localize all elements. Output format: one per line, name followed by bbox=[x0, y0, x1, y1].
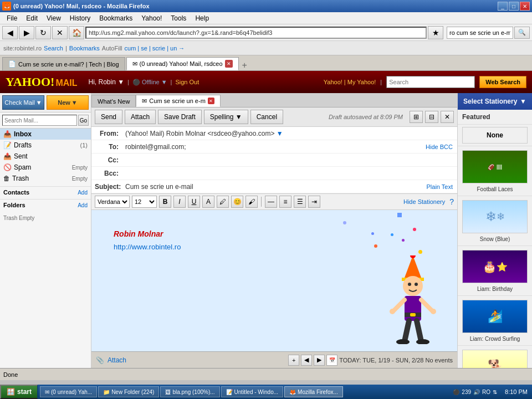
folders-add[interactable]: Add bbox=[78, 202, 88, 208]
plain-text-link[interactable]: Plain Text bbox=[422, 182, 458, 192]
forward-button[interactable]: ▶ bbox=[19, 26, 34, 39]
sign-out-link[interactable]: Sign Out bbox=[175, 79, 199, 85]
highlight-button[interactable]: 🖊 bbox=[217, 196, 229, 208]
address-text[interactable]: http://us.mg2.mail.yahoo.com/dc/launch?.… bbox=[89, 29, 423, 36]
minimize-button[interactable]: _ bbox=[498, 2, 508, 11]
search-link[interactable]: Search bbox=[44, 45, 63, 52]
sidebar-folder-sent[interactable]: 📤 Sent bbox=[0, 151, 91, 162]
compose-icon-close[interactable]: ✕ bbox=[441, 111, 454, 123]
font-family-select[interactable]: Verdana bbox=[95, 196, 130, 208]
calendar-back-btn[interactable]: ◀ bbox=[301, 355, 312, 366]
sidebar-folder-spam[interactable]: 🚫 Spam Empty bbox=[0, 162, 91, 173]
bookmark-button[interactable]: ★ bbox=[428, 26, 443, 39]
taskbar-item-folder[interactable]: 📁 New Folder (224) bbox=[98, 386, 159, 397]
stationery-none[interactable]: None bbox=[458, 125, 532, 146]
start-button[interactable]: 🪟 start bbox=[0, 385, 38, 399]
stationery-surfing[interactable]: 🏄 Liam: Crowd Surfing bbox=[458, 296, 532, 346]
bg-color-button[interactable]: 🖌 bbox=[245, 196, 258, 208]
menu-help[interactable]: Help bbox=[191, 13, 213, 23]
to-input[interactable] bbox=[122, 141, 421, 152]
sidebar-folder-trash[interactable]: 🗑 Trash Empty bbox=[0, 173, 91, 184]
yahoo-search-button[interactable]: Web Search bbox=[479, 76, 526, 88]
spelling-label: Spelling bbox=[210, 113, 234, 121]
yahoo-search-input[interactable] bbox=[386, 76, 475, 88]
cc-input[interactable] bbox=[122, 155, 457, 166]
search-mail-input[interactable] bbox=[2, 115, 77, 126]
menu-yahoo[interactable]: Yahoo! bbox=[137, 13, 166, 23]
bcc-input[interactable] bbox=[122, 168, 457, 179]
home-button[interactable]: 🏠 bbox=[69, 26, 84, 39]
sidebar-folder-inbox[interactable]: 📥 Inbox bbox=[0, 129, 91, 140]
menu-edit[interactable]: Edit bbox=[22, 13, 42, 23]
calendar-grid-btn[interactable]: 📅 bbox=[326, 355, 337, 366]
tab-blog[interactable]: 📄 Cum se scrie un e-mail? | Tech | Blog bbox=[2, 57, 125, 70]
underline-button[interactable]: U bbox=[188, 196, 200, 208]
stationery-header[interactable]: Select Stationery ▼ bbox=[458, 93, 532, 110]
reload-button[interactable]: ↻ bbox=[35, 26, 51, 39]
tab-compose[interactable]: ✉ Cum se scrie un e-m ✕ bbox=[136, 95, 220, 107]
hide-bcc-link[interactable]: Hide BCC bbox=[421, 142, 457, 152]
sidebar-folder-drafts[interactable]: 📝 Drafts (1) bbox=[0, 140, 91, 151]
search-mail-button[interactable]: Go bbox=[78, 115, 89, 126]
bookmarks-link[interactable]: Bookmarks bbox=[69, 45, 100, 52]
calendar-prev-btn[interactable]: + bbox=[288, 355, 299, 366]
menu-tools[interactable]: Tools bbox=[166, 13, 191, 23]
stationery-snow[interactable]: ❄ ❄ Snow (Blue) bbox=[458, 196, 532, 246]
svg-point-12 bbox=[431, 309, 436, 314]
indent-button[interactable]: ⇥ bbox=[308, 196, 320, 208]
list-button[interactable]: ☰ bbox=[294, 196, 306, 208]
emoji-button[interactable]: 😊 bbox=[231, 196, 243, 208]
menu-history[interactable]: History bbox=[65, 13, 95, 23]
stationery-football[interactable]: 🏈 |||| Football Laces bbox=[458, 146, 532, 196]
compose-tab-close[interactable]: ✕ bbox=[208, 98, 214, 104]
stop-button[interactable]: ✕ bbox=[52, 26, 68, 39]
close-button[interactable]: ✕ bbox=[520, 2, 530, 11]
menu-bookmarks[interactable]: Bookmarks bbox=[95, 13, 137, 23]
compose-body[interactable]: Robin Molnar http://www.robintel.ro bbox=[91, 210, 457, 351]
tab-mail-close[interactable]: ✕ bbox=[225, 60, 233, 68]
tab-yahoo-mail[interactable]: ✉ (0 unread) Yahoo! Mail, rsdceo ✕ bbox=[126, 57, 239, 70]
taskbar-item-image[interactable]: 🖼 bla.png (100%)... bbox=[160, 386, 219, 397]
spelling-button[interactable]: Spelling ▼ bbox=[204, 110, 248, 124]
browser-search-input[interactable] bbox=[447, 27, 513, 39]
font-color-button[interactable]: A bbox=[202, 196, 214, 208]
compose-icon-minimize[interactable]: ⊟ bbox=[425, 111, 438, 123]
taskbar-item-mail[interactable]: ✉ (0 unread) Yah... bbox=[40, 386, 97, 397]
back-button[interactable]: ◀ bbox=[2, 26, 18, 39]
save-draft-button[interactable]: Save Draft bbox=[158, 110, 202, 124]
browser-search-button[interactable]: 🔍 bbox=[514, 27, 530, 39]
spam-empty[interactable]: Empty bbox=[72, 165, 88, 171]
cancel-button[interactable]: Cancel bbox=[250, 110, 283, 124]
menu-view[interactable]: View bbox=[42, 13, 65, 23]
attach-button[interactable]: Attach bbox=[125, 110, 156, 124]
font-size-select[interactable]: 12 bbox=[132, 196, 157, 208]
taskbar-item-notepad[interactable]: 📝 Untitled - Windo... bbox=[221, 386, 283, 397]
menu-file[interactable]: File bbox=[2, 13, 22, 23]
new-tab-button[interactable]: + bbox=[242, 60, 247, 70]
drafts-icon: 📝 bbox=[3, 141, 12, 149]
stationery-birthday[interactable]: 🎂 ⭐ Liam: Birthday bbox=[458, 246, 532, 296]
taskbar-item-firefox[interactable]: 🦊 Mozilla Firefox... bbox=[284, 386, 343, 397]
hide-stationery-link[interactable]: Hide Stationery bbox=[403, 198, 445, 205]
subject-input[interactable] bbox=[122, 181, 422, 192]
maximize-button[interactable]: □ bbox=[509, 2, 519, 11]
stationery-help[interactable]: ? bbox=[449, 197, 454, 206]
trash-empty[interactable]: Empty bbox=[72, 176, 88, 182]
send-button[interactable]: Send bbox=[95, 110, 122, 124]
tab-whats-new[interactable]: What's New bbox=[91, 95, 136, 107]
attach-link[interactable]: Attach bbox=[108, 356, 126, 364]
contacts-add[interactable]: Add bbox=[78, 190, 88, 196]
character-svg bbox=[385, 255, 441, 344]
stationery-fetch[interactable]: 🐕 Liam: Fetch bbox=[458, 346, 532, 368]
hr-button[interactable]: — bbox=[265, 196, 277, 208]
calendar-forward-btn[interactable]: ▶ bbox=[314, 355, 325, 366]
stationery-scroll[interactable]: None 🏈 |||| Football Laces ❄ ❄ Snow (Blu… bbox=[458, 125, 532, 368]
align-button[interactable]: ≡ bbox=[279, 196, 291, 208]
compose-icon-fullscreen[interactable]: ⊞ bbox=[410, 111, 423, 123]
bold-button[interactable]: B bbox=[159, 196, 171, 208]
from-dropdown[interactable]: ▼ bbox=[277, 130, 283, 137]
offline-status[interactable]: ⚫ Offline ▼ bbox=[132, 79, 167, 86]
new-button[interactable]: New ▼ bbox=[47, 95, 89, 110]
check-mail-button[interactable]: Check Mail ▼ bbox=[2, 95, 44, 110]
italic-button[interactable]: I bbox=[173, 196, 186, 208]
